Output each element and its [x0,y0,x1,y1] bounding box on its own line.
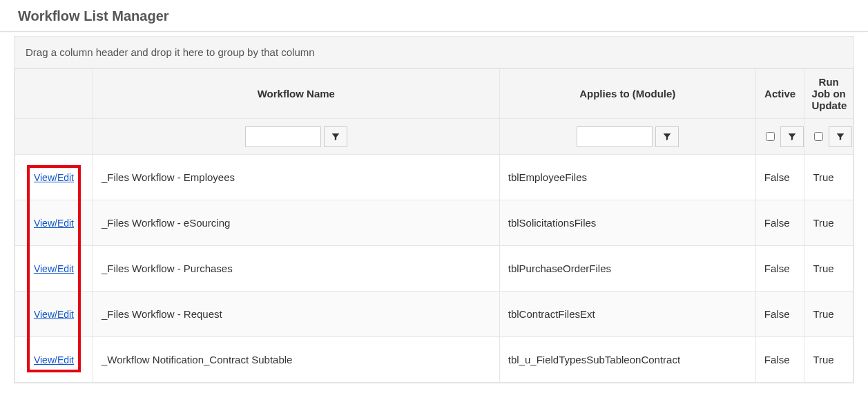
group-by-hint[interactable]: Drag a column header and drop it here to… [15,37,853,68]
table-row: View/Edit_Files Workflow - EmployeestblE… [15,155,853,200]
action-cell: View/Edit [15,337,93,383]
cell-module: tblPurchaseOrderFiles [499,246,755,292]
cell-module: tblContractFilesExt [499,292,755,337]
filter-button-run[interactable] [829,126,852,147]
filter-cell-run [804,119,853,155]
table-row: View/Edit_Files Workflow - PurchasestblP… [15,246,853,292]
table-header-row: Workflow Name Applies to (Module) Active… [15,69,853,119]
cell-workflow-name: _Files Workflow - Request [93,292,499,337]
cell-run: True [804,337,853,383]
filter-cell-active [755,119,804,155]
filter-cell-name [93,119,499,155]
view-edit-link[interactable]: View/Edit [34,263,74,274]
filter-button-module[interactable] [655,126,679,147]
cell-active: False [755,292,804,337]
cell-module: tblEmployeeFiles [499,155,755,200]
filter-check-run[interactable] [814,132,823,141]
funnel-icon [787,132,797,142]
view-edit-link[interactable]: View/Edit [34,309,74,320]
col-header-run[interactable]: Run Job on Update [804,69,853,119]
filter-cell-action [15,119,93,155]
cell-active: False [755,246,804,292]
funnel-icon [331,132,340,142]
cell-active: False [755,200,804,246]
cell-active: False [755,337,804,383]
cell-workflow-name: _Files Workflow - eSourcing [93,200,499,246]
table-body: View/Edit_Files Workflow - EmployeestblE… [15,155,853,383]
funnel-icon [836,132,845,142]
view-edit-link[interactable]: View/Edit [34,354,74,365]
action-cell: View/Edit [15,292,93,337]
cell-run: True [804,200,853,246]
workflow-grid: Drag a column header and drop it here to… [14,36,854,383]
cell-active: False [755,155,804,200]
filter-cell-module [499,119,755,155]
filter-check-active[interactable] [766,132,775,141]
page-title: Workflow List Manager [0,0,868,32]
cell-module: tbl_u_FieldTypesSubTableonContract [499,337,755,383]
cell-workflow-name: _Files Workflow - Employees [93,155,499,200]
filter-button-active[interactable] [780,126,804,147]
view-edit-link[interactable]: View/Edit [34,172,74,183]
workflow-table: Workflow Name Applies to (Module) Active… [15,68,853,383]
table-row: View/Edit_Files Workflow - eSourcingtblS… [15,200,853,246]
table-row: View/Edit_Files Workflow - RequesttblCon… [15,292,853,337]
action-cell: View/Edit [15,155,93,200]
action-cell: View/Edit [15,246,93,292]
filter-input-module[interactable] [577,126,653,147]
cell-workflow-name: _Files Workflow - Purchases [93,246,499,292]
funnel-icon [662,132,672,142]
action-cell: View/Edit [15,200,93,246]
cell-run: True [804,155,853,200]
filter-button-name[interactable] [324,126,347,147]
col-header-active[interactable]: Active [755,69,804,119]
col-header-action[interactable] [15,69,93,119]
cell-run: True [804,292,853,337]
view-edit-link[interactable]: View/Edit [34,218,74,229]
table-filter-row [15,119,853,155]
col-header-name[interactable]: Workflow Name [93,69,499,119]
table-row: View/Edit_Workflow Notification_Contract… [15,337,853,383]
cell-workflow-name: _Workflow Notification_Contract Subtable [93,337,499,383]
filter-input-name[interactable] [245,126,321,147]
cell-module: tblSolicitationsFiles [499,200,755,246]
cell-run: True [804,246,853,292]
col-header-module[interactable]: Applies to (Module) [499,69,755,119]
